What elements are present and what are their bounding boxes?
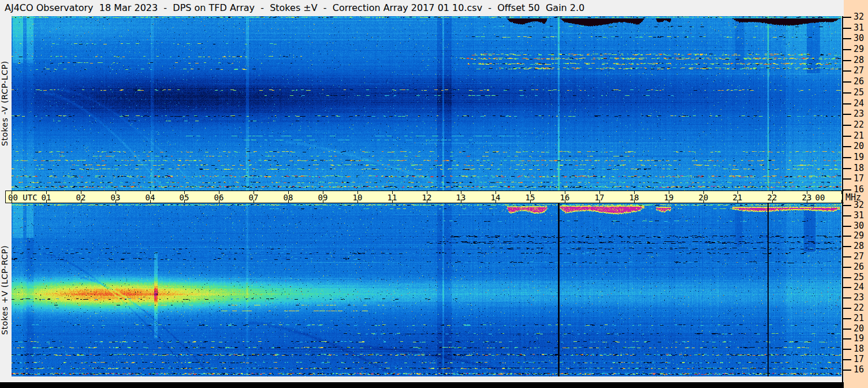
freq-tick (843, 125, 851, 126)
freq-label: 18 (854, 344, 868, 354)
time-label: 14 (488, 193, 503, 202)
freq-tick (843, 297, 851, 299)
freq-tick (843, 38, 851, 39)
freq-label: 23 (854, 109, 868, 119)
freq-label: 19 (854, 334, 868, 344)
freq-tick (843, 114, 851, 115)
freq-tick (843, 338, 851, 339)
freq-tick (843, 359, 851, 360)
time-label: 04 (143, 193, 158, 202)
freq-tick (843, 246, 851, 247)
freq-tick (843, 136, 851, 137)
time-label: 11 (385, 193, 400, 202)
freq-label: 25 (854, 273, 868, 282)
freq-tick (843, 329, 851, 330)
freq-tick (843, 215, 851, 217)
freq-label: 32 (854, 12, 868, 22)
top-panel-spectrogram (12, 16, 841, 191)
freq-tick (843, 178, 851, 180)
time-tick (841, 200, 842, 203)
freq-label: 21 (854, 131, 868, 141)
bottom-panel-spectrogram (12, 203, 841, 376)
freq-tick (843, 226, 851, 227)
time-label: 08 (281, 193, 296, 202)
spectrograph-page: AJ4CO Observatory 18 Mar 2023 - DPS on T… (0, 0, 868, 388)
time-label: 22 (765, 193, 780, 202)
freq-label: 16 (854, 185, 868, 195)
freq-tick (843, 287, 851, 288)
freq-label: 26 (854, 262, 868, 272)
freq-tick (843, 189, 851, 191)
time-label: 19 (661, 193, 676, 202)
freq-tick (843, 81, 851, 83)
freq-label: 17 (854, 355, 868, 364)
freq-label: 32 (854, 200, 868, 210)
time-label: 20 (696, 193, 711, 202)
time-label: 10 (350, 193, 365, 202)
freq-tick (843, 277, 851, 278)
freq-tick (843, 370, 851, 371)
time-label: 16 (557, 193, 572, 202)
freq-label: 29 (854, 231, 868, 241)
freq-label: 19 (854, 152, 868, 162)
page-title: AJ4CO Observatory 18 Mar 2023 - DPS on T… (5, 2, 584, 13)
freq-tick (843, 157, 851, 158)
time-label: 06 (211, 193, 226, 202)
freq-label: 30 (854, 221, 868, 231)
time-label: 09 (315, 193, 330, 202)
freq-tick (843, 349, 851, 350)
freq-label: 18 (854, 163, 868, 173)
freq-tick (843, 28, 851, 29)
time-label: 01 (39, 193, 54, 202)
freq-label: 27 (854, 66, 868, 76)
freq-label: 25 (854, 88, 868, 98)
time-label: 03 (108, 193, 123, 202)
freq-label: 31 (854, 23, 868, 33)
time-tick (841, 191, 842, 194)
freq-label: 23 (854, 293, 868, 303)
freq-tick (843, 103, 851, 105)
freq-tick (843, 17, 851, 18)
time-label: 02 (73, 193, 88, 202)
freq-tick (843, 146, 851, 147)
freq-tick (843, 92, 851, 94)
freq-label: 20 (854, 324, 868, 334)
freq-label: 30 (854, 33, 868, 43)
freq-label: 29 (854, 44, 868, 54)
freq-tick (843, 256, 851, 258)
freq-tick (843, 205, 851, 206)
freq-label: 22 (854, 120, 868, 130)
time-label: 21 (730, 193, 745, 202)
freq-label: 24 (854, 99, 868, 109)
freq-tick (843, 267, 851, 268)
freq-label: 22 (854, 303, 868, 313)
freq-label: 24 (854, 282, 868, 292)
time-label: 05 (177, 193, 192, 202)
bottom-panel-axis-label: Stokes +V (LCP-RCP) (0, 203, 10, 376)
freq-label: 28 (854, 241, 868, 251)
time-label: 13 (453, 193, 468, 202)
top-panel-axis-label: Stokes -V (RCP-LCP) (0, 16, 10, 191)
freq-label: 28 (854, 55, 868, 65)
freq-label: 21 (854, 314, 868, 323)
freq-tick (843, 60, 851, 61)
freq-label: 16 (854, 365, 868, 375)
time-label: 15 (523, 193, 538, 202)
time-label-end: 00 (813, 193, 828, 202)
freq-label: 31 (854, 211, 868, 221)
freq-label: 20 (854, 141, 868, 151)
time-label: 17 (592, 193, 607, 202)
time-label: 12 (419, 193, 434, 202)
freq-tick (843, 308, 851, 309)
freq-label: 27 (854, 252, 868, 262)
bottom-black-bar (0, 382, 844, 388)
time-label: 07 (246, 193, 261, 202)
time-label: 18 (627, 193, 642, 202)
freq-tick (843, 168, 851, 169)
freq-tick (843, 236, 851, 237)
freq-label: 26 (854, 77, 868, 87)
freq-tick (843, 70, 851, 72)
freq-label: 17 (854, 174, 868, 184)
freq-tick (843, 49, 851, 50)
freq-tick (843, 318, 851, 319)
